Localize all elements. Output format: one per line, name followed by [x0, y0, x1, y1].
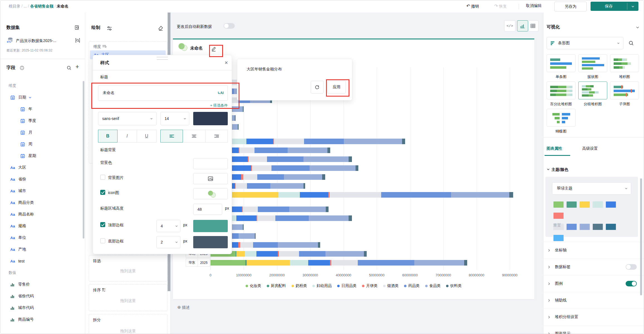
field-item-城市代码[interactable]: 城市代码 [0, 302, 83, 314]
fields-scrollbar[interactable] [83, 81, 84, 239]
italic-button[interactable]: I [117, 130, 137, 143]
chart-type-tile-子弹图[interactable] [610, 82, 639, 99]
theme-color-swatch[interactable] [553, 201, 564, 208]
chart-type-tile-蝴蝶图[interactable] [547, 109, 576, 127]
icon-picker[interactable] [193, 188, 228, 199]
ai-generate-icon[interactable]: ↳AI [217, 91, 224, 95]
theme-color-swatch[interactable] [579, 201, 590, 208]
legend-item-化妆类[interactable]: 化妆类 [246, 283, 261, 288]
field-item-规格[interactable]: Aa规格 [0, 220, 83, 232]
underline-button[interactable]: U [137, 130, 156, 143]
field-item-商品名称[interactable]: Aa商品名称 [0, 208, 83, 220]
tab-chart-props[interactable]: 图表属性 [547, 146, 562, 151]
field-search-icon[interactable] [67, 65, 72, 72]
chart-view-button[interactable] [517, 20, 528, 31]
chart-type-tile-堆积图[interactable] [610, 54, 639, 72]
图例-toggle[interactable] [626, 281, 637, 286]
legend-item-饮料类[interactable]: 饮料类 [446, 283, 462, 288]
legend-item-日用品类[interactable]: 日用品类 [337, 283, 356, 288]
sliders-icon[interactable] [107, 26, 112, 32]
theme-color-swatch[interactable] [592, 224, 603, 230]
legend-item-奶粉类[interactable]: 奶粉类 [292, 283, 307, 288]
field-item-省份代码[interactable]: 省份代码 [0, 290, 83, 302]
theme-color-swatch[interactable] [553, 235, 564, 241]
legend-item-厨房配料[interactable]: 厨房配料 [267, 283, 286, 288]
chart-type-tile-百分比堆积图[interactable] [547, 82, 576, 99]
chart-type-tile-单条图[interactable] [547, 54, 576, 72]
theme-color-swatch[interactable] [606, 224, 616, 230]
cancel-edit-button[interactable]: 取消编辑 [526, 3, 542, 8]
viz-scrollbar[interactable] [640, 178, 642, 295]
field-item-商品编号[interactable]: 商品编号 [0, 314, 83, 322]
area-height-input[interactable]: 48 [193, 204, 222, 215]
theme-color-swatch[interactable] [592, 201, 603, 208]
viz-section-坐标轴[interactable]: 坐标轴 [543, 242, 644, 259]
field-item-大区[interactable]: Aa大区 [0, 162, 83, 173]
field-item-商品分类[interactable]: Aa商品分类 [0, 197, 83, 208]
bg-image-checkbox[interactable] [100, 175, 105, 180]
field-item-产地[interactable]: Aa产地 [0, 244, 83, 255]
stacked-bar-华东-2025[interactable] [210, 260, 467, 266]
chart-type-search-icon[interactable] [628, 40, 634, 47]
align-right-button[interactable] [205, 130, 228, 143]
add-field-button[interactable]: + [75, 63, 79, 70]
align-center-button[interactable] [183, 130, 205, 143]
theme-section-header[interactable]: 主题/颜色 [547, 167, 568, 172]
dataset-switch-icon[interactable] [74, 25, 80, 31]
bottom-border-size-select[interactable]: 2 [156, 236, 180, 248]
regenerate-button[interactable] [311, 81, 324, 94]
field-item-省份[interactable]: Aa省份 [0, 173, 83, 185]
field-item-星期[interactable]: 星期 [0, 150, 83, 162]
breadcrumb-root[interactable]: 根目录 [9, 4, 20, 8]
font-family-select[interactable]: sans-serif [98, 112, 156, 125]
viz-section-数据标签[interactable]: 数据标签 [543, 259, 644, 276]
field-item-日期[interactable]: 日期 [0, 92, 83, 103]
sort-dropzone[interactable]: 排序 AZ 拖到这里 [89, 284, 167, 311]
viz-section-图例[interactable]: 图例 [543, 275, 644, 292]
add-filter-link[interactable]: + 筛选条件 [93, 103, 228, 108]
bg-image-picker[interactable] [193, 173, 228, 184]
table-view-button[interactable] [527, 20, 538, 31]
breadcrumb-ellipsis[interactable]: ... [24, 4, 27, 8]
viz-section-堆积分组设置[interactable]: 堆积分组设置 [543, 309, 644, 326]
filter-dropzone[interactable]: 筛选 拖到这里 [89, 255, 167, 281]
stacked-bar-华东-2024[interactable] [210, 192, 513, 198]
stacked-bar-东北-2024[interactable] [210, 139, 405, 144]
chart-type-tile-分组堆积图[interactable] [578, 82, 607, 99]
viz-section-图形显示[interactable]: 图形显示 [543, 325, 644, 334]
theme-color-swatch[interactable] [566, 201, 577, 208]
auto-refresh-toggle[interactable] [224, 23, 235, 29]
field-item-年[interactable]: 年 [0, 103, 83, 115]
save-button[interactable]: 保存 [591, 2, 627, 11]
数据标签-toggle[interactable] [626, 264, 637, 270]
save-as-button[interactable]: 另存为 [554, 2, 587, 11]
field-item-单位[interactable]: Aa单位 [0, 232, 83, 244]
theme-select[interactable]: 翠绿主题 [552, 182, 631, 195]
dialog-drag-handle[interactable] [157, 57, 168, 60]
theme-color-swatch[interactable] [553, 212, 564, 219]
chart-type-tile-簇状图[interactable] [578, 54, 607, 72]
eraser-icon[interactable] [158, 25, 163, 32]
dataset-row[interactable]: ETL 产品演示数据集2025-... [6, 36, 79, 45]
theme-color-swatch[interactable] [566, 224, 577, 230]
legend-item-烟酒类[interactable]: 烟酒类 [383, 283, 399, 288]
bold-button[interactable]: B [98, 130, 117, 143]
viz-section-辅助线[interactable]: 辅助线 [543, 292, 644, 309]
title-input[interactable]: 未命名 ↳AI [98, 85, 228, 101]
dataset-preview-icon[interactable] [75, 38, 80, 44]
field-item-test[interactable]: Aatest [0, 255, 83, 267]
close-icon[interactable]: ✕ [224, 60, 228, 65]
save-dropdown-button[interactable] [627, 2, 638, 11]
field-item-月[interactable]: 月 [0, 127, 83, 138]
stacked-bar-华中-2024[interactable] [210, 165, 358, 171]
legend-item-妇幼用品[interactable]: 妇幼用品 [312, 283, 332, 288]
field-item-零售价[interactable]: 零售价 [0, 279, 83, 290]
viz-collapse-icon[interactable] [636, 25, 640, 30]
chart-type-select[interactable]: 条形图 [547, 37, 623, 49]
bg-color-swatch[interactable] [193, 158, 228, 169]
code-view-button[interactable]: </> [504, 20, 515, 31]
top-border-checkbox[interactable] [100, 222, 105, 227]
stacked-bar-华北-2025[interactable] [210, 251, 367, 257]
redo-button[interactable]: ↷ 恢复 [494, 3, 507, 9]
top-border-color-swatch[interactable] [193, 220, 228, 232]
